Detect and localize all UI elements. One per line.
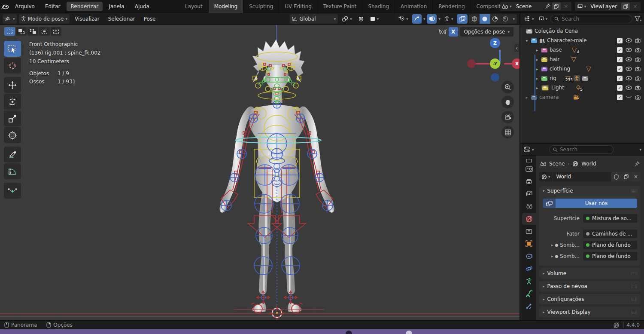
viewlayer-selector[interactable]: ▾ ViewLayer ×: [575, 2, 641, 11]
eye-icon[interactable]: [626, 67, 632, 71]
row-camera[interactable]: ▸ camera ✓: [520, 92, 644, 102]
outliner-search[interactable]: [550, 15, 632, 23]
row-scene-collection[interactable]: Coleção da Cena: [520, 26, 644, 36]
menu-pose[interactable]: Pose: [140, 13, 159, 25]
breadcrumb-scene[interactable]: Scene: [549, 161, 565, 167]
tab-object-data[interactable]: [522, 275, 536, 287]
mode-selector[interactable]: Modo de pose ▾: [19, 14, 70, 24]
tab-scene[interactable]: [522, 200, 536, 212]
pose-mode-indicator[interactable]: [574, 75, 580, 81]
blender-logo-icon[interactable]: [0, 0, 10, 13]
new-viewlayer-button[interactable]: [621, 3, 630, 10]
properties-search[interactable]: [549, 145, 614, 154]
expand-icon[interactable]: ▸: [535, 76, 539, 81]
tab-tool[interactable]: [522, 156, 536, 162]
shader2-selector[interactable]: Plano de fundo: [583, 252, 637, 260]
tab-shading[interactable]: Shading: [362, 0, 395, 13]
fake-user-button[interactable]: [611, 172, 621, 181]
transform-tool[interactable]: [4, 127, 21, 143]
menu-selecionar[interactable]: Selecionar: [105, 13, 139, 25]
rotate-tool[interactable]: [4, 94, 21, 110]
tab-sculpting[interactable]: Sculpting: [243, 0, 279, 13]
new-scene-button[interactable]: [552, 3, 561, 10]
row-rig[interactable]: ▸ rig ▽235 ✓: [520, 74, 644, 83]
exclude-checkbox[interactable]: ✓: [617, 95, 623, 100]
mist-pass-panel[interactable]: ▸Passo de névoa⣿⣿: [539, 281, 641, 291]
shading-dropdown-icon[interactable]: ▾: [510, 17, 517, 21]
new-world-button[interactable]: [621, 172, 631, 181]
pin-icon[interactable]: [635, 161, 640, 167]
tab-world[interactable]: [522, 213, 536, 225]
menu-visualizar[interactable]: Visualizar: [71, 13, 103, 25]
os-taskbar[interactable]: [0, 329, 644, 334]
taskbar-app-icon[interactable]: [346, 331, 352, 334]
eye-icon[interactable]: [626, 38, 632, 43]
gizmo-neg-x-axis[interactable]: [467, 59, 476, 68]
tab-texture-paint[interactable]: Texture Paint: [318, 0, 362, 13]
tweak-select-tool[interactable]: [4, 41, 21, 57]
expand-icon[interactable]: ▸: [535, 48, 539, 52]
shading-material-button[interactable]: [490, 14, 500, 24]
overlays-dropdown-icon[interactable]: ▾: [438, 17, 440, 21]
row-light[interactable]: ▸ Light 5 ✓: [520, 83, 644, 92]
row-clothing[interactable]: ▸ clothing ▽ ✓: [520, 64, 644, 74]
shading-rendered-button[interactable]: [500, 14, 510, 24]
exclude-checkbox[interactable]: ✓: [617, 57, 623, 62]
exclude-checkbox[interactable]: ✓: [617, 66, 623, 72]
menu-ajuda[interactable]: Ajuda: [130, 0, 155, 13]
render-camera-icon[interactable]: [635, 57, 641, 62]
select-invert-button[interactable]: [39, 27, 50, 36]
gizmo-x-axis[interactable]: X: [512, 58, 519, 69]
tab-bone[interactable]: [522, 288, 536, 300]
view-object-types-selector[interactable]: ▾: [395, 14, 410, 24]
exclude-checkbox[interactable]: ✓: [617, 85, 623, 91]
expand-icon[interactable]: ▸: [535, 86, 539, 90]
unlink-world-button[interactable]: ×: [631, 172, 641, 181]
shading-solid-button[interactable]: [480, 14, 490, 24]
3d-viewport[interactable]: Front Orthographic (136) rig.001 : spine…: [0, 25, 519, 320]
zoom-button[interactable]: [501, 81, 514, 93]
panel-drag-handle[interactable]: ⣿⣿: [631, 310, 637, 314]
eye-icon[interactable]: [626, 76, 632, 80]
taskbar-app-icon[interactable]: [406, 331, 412, 334]
select-intersect-button[interactable]: [51, 27, 61, 36]
browse-world-button[interactable]: ▾: [539, 172, 553, 181]
gizmo-dropdown-icon[interactable]: ▾: [423, 17, 425, 21]
eye-closed-icon[interactable]: [626, 95, 632, 99]
outliner-editor-type-button[interactable]: ▾: [523, 14, 535, 24]
annotate-tool[interactable]: [4, 147, 21, 162]
render-camera-icon[interactable]: [635, 86, 641, 90]
tab-view-layer[interactable]: [522, 188, 536, 200]
exclude-checkbox[interactable]: ✓: [617, 47, 623, 53]
eye-icon[interactable]: [626, 48, 632, 52]
show-gizmo-toggle[interactable]: [412, 14, 422, 24]
pose-display-options[interactable]: ▾: [442, 14, 456, 24]
select-set-button[interactable]: [4, 27, 15, 36]
pin-icon[interactable]: [545, 3, 550, 9]
viewport-display-panel[interactable]: ▸Viewport Display⣿⣿: [539, 307, 641, 317]
surface-shader-selector[interactable]: Mistura de so...: [583, 214, 637, 223]
exclude-checkbox[interactable]: ✓: [617, 76, 623, 81]
expand-icon[interactable]: ▾: [525, 38, 529, 43]
measure-tool[interactable]: [4, 163, 21, 179]
tab-render[interactable]: [522, 163, 536, 175]
tab-rendering[interactable]: Rendering: [433, 0, 471, 13]
panel-drag-handle[interactable]: ⣿⣿: [631, 285, 637, 288]
surface-panel-header[interactable]: ▾ Superfície ⣿⣿: [539, 186, 641, 196]
menu-janela[interactable]: Janela: [103, 0, 130, 13]
outliner-display-mode-button[interactable]: ▾: [537, 14, 549, 24]
scale-tool[interactable]: [4, 110, 21, 126]
filter-icon[interactable]: [635, 16, 641, 22]
pose-options-dropdown[interactable]: Opções de pose ▾: [460, 27, 513, 37]
eye-icon[interactable]: [626, 86, 632, 90]
gizmo-z-axis[interactable]: Z: [490, 38, 500, 48]
eye-icon[interactable]: [626, 57, 632, 61]
tab-output[interactable]: [522, 175, 536, 187]
pan-button[interactable]: [501, 96, 514, 108]
tab-compositing[interactable]: Compositing: [471, 0, 501, 13]
toggle-xray-button[interactable]: [457, 14, 468, 24]
tab-bone-constraints[interactable]: [522, 300, 536, 312]
properties-options-dropdown[interactable]: ▾: [639, 147, 641, 152]
menu-arquivo[interactable]: Arquivo: [10, 0, 40, 13]
toggle-ortho-button[interactable]: [501, 126, 514, 138]
